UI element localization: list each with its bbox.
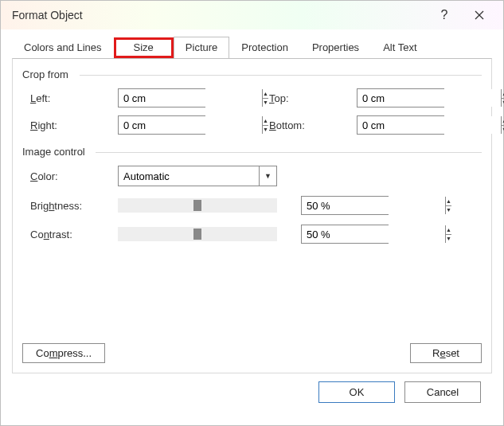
help-button[interactable]: ? [427,3,462,27]
chevron-down-icon: ▼ [259,166,276,186]
brightness-spinner[interactable]: ▲▼ [301,196,389,215]
window-title: Format Object [12,9,427,21]
tab-colors-and-lines[interactable]: Colors and Lines [12,37,114,59]
color-value: Automatic [123,170,170,182]
crop-bottom-input[interactable] [357,116,501,134]
format-object-dialog: Format Object ? Colors and Lines Size Pi… [0,0,504,426]
crop-from-text: Crop from [22,68,68,80]
tab-size[interactable]: Size [114,37,174,58]
brightness-spin-buttons[interactable]: ▲▼ [445,197,451,214]
spin-up-icon[interactable]: ▲ [263,116,268,126]
reset-button[interactable]: Reset [410,343,482,363]
contrast-slider[interactable] [118,227,277,241]
ok-button[interactable]: OK [318,381,395,403]
spin-up-icon[interactable]: ▲ [446,197,451,206]
compress-button[interactable]: Compress... [22,343,105,363]
titlebar: Format Object ? [1,1,503,29]
brightness-input[interactable] [302,197,445,214]
spin-down-icon[interactable]: ▼ [263,99,268,107]
cancel-button[interactable]: Cancel [404,381,481,403]
tab-picture[interactable]: Picture [174,37,229,59]
crop-grid: Left: ▲▼ Top: ▲▼ Right: ▲▼ Bottom: [22,85,482,143]
tab-strip: Colors and Lines Size Picture Protection… [12,36,492,58]
image-control-text: Image control [22,146,85,158]
color-select[interactable]: Automatic ▼ [118,166,277,186]
dialog-footer: OK Cancel [12,373,492,414]
color-label: Color: [30,170,118,182]
contrast-spinner[interactable]: ▲▼ [301,225,389,244]
crop-from-group-label: Crop from [22,65,482,85]
tab-protection[interactable]: Protection [229,37,300,59]
spin-down-icon[interactable]: ▼ [446,235,451,244]
crop-left-spin-buttons[interactable]: ▲▼ [262,89,268,107]
contrast-spin-buttons[interactable]: ▲▼ [445,225,451,243]
crop-bottom-spinner[interactable]: ▲▼ [357,115,444,135]
crop-left-spinner[interactable]: ▲▼ [118,88,205,107]
crop-right-spin-buttons[interactable]: ▲▼ [262,116,268,134]
crop-right-spinner[interactable]: ▲▼ [118,115,205,135]
spin-down-icon[interactable]: ▼ [263,126,268,135]
spin-up-icon[interactable]: ▲ [263,89,268,99]
contrast-label: Contrast: [30,229,118,240]
crop-left-input[interactable] [119,89,262,107]
picture-tab-pane: Crop from Left: ▲▼ Top: ▲▼ Right: [12,58,492,373]
close-icon [475,10,484,20]
spin-down-icon[interactable]: ▼ [446,206,451,215]
close-button[interactable] [462,3,497,27]
brightness-slider[interactable] [118,198,277,213]
right-label: Right: [30,119,118,131]
tab-properties[interactable]: Properties [300,37,371,59]
crop-top-spinner[interactable]: ▲▼ [357,88,444,107]
pane-button-row: Compress... Reset [22,337,482,363]
spin-up-icon[interactable]: ▲ [446,225,451,235]
crop-bottom-spin-buttons[interactable]: ▲▼ [501,116,504,134]
crop-top-spin-buttons[interactable]: ▲▼ [501,89,504,107]
slider-thumb[interactable] [193,229,201,240]
bottom-label: Bottom: [269,119,357,131]
crop-right-input[interactable] [119,116,262,134]
brightness-label: Brightness: [30,200,118,212]
tab-alt-text[interactable]: Alt Text [371,37,428,59]
contrast-input[interactable] [302,225,445,243]
image-control-grid: Color: Automatic ▼ Brightness: ▲▼ Contra… [22,162,482,247]
image-control-group-label: Image control [22,143,482,162]
slider-thumb[interactable] [193,200,201,211]
crop-top-input[interactable] [357,89,501,107]
left-label: Left: [30,92,118,104]
top-label: Top: [269,92,357,104]
